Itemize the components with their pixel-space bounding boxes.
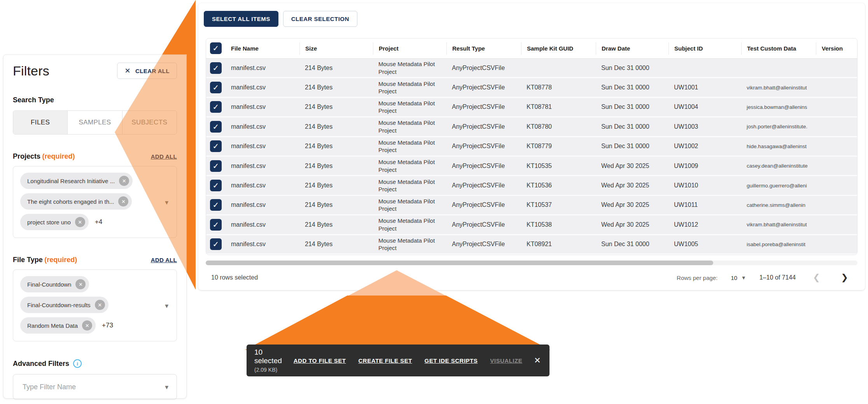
col-header-version[interactable]: Version bbox=[816, 42, 857, 55]
remove-chip-icon[interactable]: ✕ bbox=[82, 320, 92, 331]
col-header-file-name[interactable]: File Name bbox=[226, 42, 299, 55]
row-checkbox[interactable]: ✓ bbox=[210, 62, 222, 74]
project-chip[interactable]: project store uno ✕ bbox=[20, 214, 89, 230]
filter-name-input[interactable] bbox=[23, 383, 156, 391]
table-row[interactable]: ✓ manifest.csv 214 Bytes Mouse Metadata … bbox=[206, 59, 857, 78]
file-type-chip[interactable]: Final-Countdown-results ✕ bbox=[20, 297, 108, 313]
table-row[interactable]: ✓ manifest.csv 214 Bytes Mouse Metadata … bbox=[206, 117, 857, 137]
table-row[interactable]: ✓ manifest.csv 214 Bytes Mouse Metadata … bbox=[206, 78, 857, 98]
file-type-add-all-link[interactable]: ADD ALL bbox=[151, 257, 177, 263]
cell-project: Mouse Metadata Pilot Project bbox=[373, 198, 446, 213]
remove-chip-icon[interactable]: ✕ bbox=[95, 300, 105, 310]
cell-project: Mouse Metadata Pilot Project bbox=[373, 100, 446, 115]
pagination-range: 1–10 of 7144 bbox=[760, 274, 796, 281]
cell-subject-id: UW1004 bbox=[668, 103, 741, 110]
close-icon: ✕ bbox=[124, 66, 130, 75]
rows-per-page-select[interactable]: 10 ▼ bbox=[731, 275, 746, 281]
previous-page-button[interactable]: ❮ bbox=[809, 273, 824, 283]
row-checkbox[interactable]: ✓ bbox=[210, 121, 222, 133]
remove-chip-icon[interactable]: ✕ bbox=[119, 176, 129, 186]
remove-chip-icon[interactable]: ✕ bbox=[75, 217, 85, 227]
cell-draw-date: Sun Dec 31 0000 bbox=[596, 123, 668, 130]
projects-more-count[interactable]: +4 bbox=[95, 218, 102, 226]
row-checkbox[interactable]: ✓ bbox=[210, 180, 222, 191]
filter-name-combobox: ▼ bbox=[13, 374, 177, 400]
project-chip[interactable]: The eight cohorts engaged in th... ✕ bbox=[20, 193, 132, 210]
select-all-checkbox[interactable]: ✓ bbox=[210, 42, 222, 54]
horizontal-scrollbar[interactable] bbox=[206, 261, 858, 265]
cell-file-name: manifest.csv bbox=[226, 65, 299, 72]
row-checkbox[interactable]: ✓ bbox=[210, 101, 222, 113]
row-checkbox[interactable]: ✓ bbox=[210, 238, 222, 250]
table-row[interactable]: ✓ manifest.csv 214 Bytes Mouse Metadata … bbox=[206, 137, 857, 157]
select-all-items-button[interactable]: SELECT ALL ITEMS bbox=[204, 11, 278, 27]
col-header-sample-kit-guid[interactable]: Sample Kit GUID bbox=[521, 42, 596, 55]
table-row[interactable]: ✓ manifest.csv 214 Bytes Mouse Metadata … bbox=[206, 235, 857, 255]
cell-subject-id: UW1005 bbox=[668, 241, 741, 248]
row-checkbox[interactable]: ✓ bbox=[210, 199, 222, 211]
tab-samples[interactable]: SAMPLES bbox=[68, 111, 122, 134]
cell-subject-id: UW1011 bbox=[668, 201, 741, 208]
cell-result-type: AnyProjectCSVFile bbox=[446, 123, 521, 130]
projects-section: Projects (required) ADD ALL Longitudinal… bbox=[13, 152, 177, 238]
table-row[interactable]: ✓ manifest.csv 214 Bytes Mouse Metadata … bbox=[206, 98, 857, 117]
tab-subjects[interactable]: SUBJECTS bbox=[122, 111, 177, 134]
cell-test-custom-data: catherine.simms@allenin bbox=[741, 202, 816, 208]
table-row[interactable]: ✓ manifest.csv 214 Bytes Mouse Metadata … bbox=[206, 157, 857, 176]
row-checkbox[interactable]: ✓ bbox=[210, 219, 222, 231]
tab-files[interactable]: FILES bbox=[13, 111, 68, 134]
clear-all-button[interactable]: ✕ CLEAR ALL bbox=[117, 63, 177, 79]
chevron-down-icon[interactable]: ▼ bbox=[164, 302, 170, 309]
next-page-button[interactable]: ❯ bbox=[837, 273, 852, 283]
cell-project: Mouse Metadata Pilot Project bbox=[373, 237, 446, 252]
cell-result-type: AnyProjectCSVFile bbox=[446, 163, 521, 170]
file-type-label: File Type bbox=[13, 256, 43, 264]
col-header-draw-date[interactable]: Draw Date bbox=[596, 42, 668, 55]
file-type-more-count[interactable]: +73 bbox=[102, 322, 113, 329]
cell-subject-id: UW1010 bbox=[668, 182, 741, 189]
cell-draw-date: Sun Dec 31 0000 bbox=[596, 103, 668, 110]
add-to-file-set-link[interactable]: ADD TO FILE SET bbox=[294, 357, 346, 364]
clear-selection-button[interactable]: CLEAR SELECTION bbox=[283, 11, 357, 27]
chevron-down-icon[interactable]: ▼ bbox=[164, 384, 170, 390]
col-header-result-type[interactable]: Result Type bbox=[446, 42, 521, 55]
cell-draw-date: Wed Apr 30 2025 bbox=[596, 163, 668, 170]
table-row[interactable]: ✓ manifest.csv 214 Bytes Mouse Metadata … bbox=[206, 215, 857, 235]
close-icon[interactable]: ✕ bbox=[534, 356, 541, 365]
remove-chip-icon[interactable]: ✕ bbox=[118, 196, 128, 206]
remove-chip-icon[interactable]: ✕ bbox=[75, 279, 86, 289]
cell-sample-kit-guid: KT08781 bbox=[521, 103, 596, 110]
selected-count: 10 selected bbox=[254, 348, 282, 365]
projects-add-all-link[interactable]: ADD ALL bbox=[151, 153, 177, 160]
cell-subject-id: UW1009 bbox=[668, 163, 741, 170]
col-header-test-custom-data[interactable]: Test Custom Data bbox=[741, 42, 816, 55]
file-type-chip[interactable]: Random Meta Data ✕ bbox=[20, 317, 96, 334]
col-header-size[interactable]: Size bbox=[299, 42, 373, 55]
cell-file-name: manifest.csv bbox=[226, 163, 299, 170]
cell-result-type: AnyProjectCSVFile bbox=[446, 182, 521, 189]
create-file-set-link[interactable]: CREATE FILE SET bbox=[359, 357, 412, 364]
cell-project: Mouse Metadata Pilot Project bbox=[373, 119, 446, 134]
cell-size: 214 Bytes bbox=[299, 182, 373, 189]
visualize-link[interactable]: VISUALIZE bbox=[490, 357, 522, 364]
col-header-subject-id[interactable]: Subject ID bbox=[668, 42, 741, 55]
cell-result-type: AnyProjectCSVFile bbox=[446, 201, 521, 208]
project-chip[interactable]: Longitudinal Research Initiative ... ✕ bbox=[20, 173, 133, 189]
row-checkbox[interactable]: ✓ bbox=[210, 140, 222, 152]
search-type-label: Search Type bbox=[13, 96, 177, 104]
cell-draw-date: Sun Dec 31 0000 bbox=[596, 84, 668, 91]
row-checkbox[interactable]: ✓ bbox=[210, 160, 222, 172]
scrollbar-thumb[interactable] bbox=[206, 261, 713, 265]
cell-subject-id: UW1002 bbox=[668, 143, 741, 150]
row-checkbox[interactable]: ✓ bbox=[210, 82, 222, 93]
cell-project: Mouse Metadata Pilot Project bbox=[373, 80, 446, 95]
cell-draw-date: Wed Apr 30 2025 bbox=[596, 221, 668, 228]
chevron-down-icon[interactable]: ▼ bbox=[164, 199, 170, 205]
table-row[interactable]: ✓ manifest.csv 214 Bytes Mouse Metadata … bbox=[206, 176, 857, 196]
results-table: ✓ File Name Size Project Result Type Sam… bbox=[206, 38, 858, 255]
table-row[interactable]: ✓ manifest.csv 214 Bytes Mouse Metadata … bbox=[206, 196, 857, 215]
info-icon[interactable]: i bbox=[73, 359, 82, 368]
get-ide-scripts-link[interactable]: GET IDE SCRIPTS bbox=[425, 357, 478, 364]
file-type-chip[interactable]: Final-Countdown ✕ bbox=[20, 276, 89, 292]
col-header-project[interactable]: Project bbox=[373, 42, 446, 55]
